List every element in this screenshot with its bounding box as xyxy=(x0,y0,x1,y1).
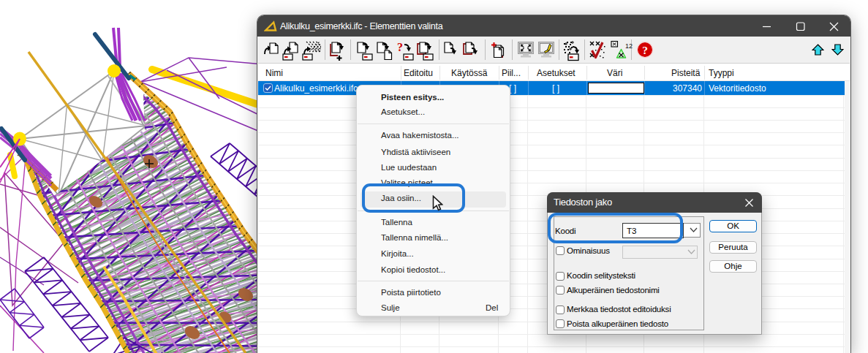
svg-text:12: 12 xyxy=(625,42,633,50)
svg-text:?: ? xyxy=(642,44,648,56)
svg-text:?: ? xyxy=(397,41,403,53)
